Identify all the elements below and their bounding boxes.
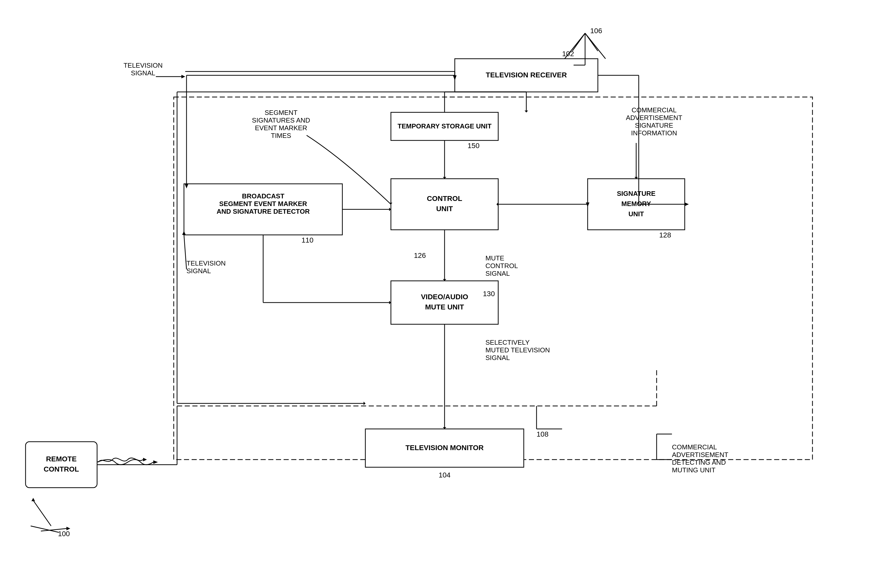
sig-mem-label1: SIGNATURE (617, 190, 656, 197)
television-monitor-label: TELEVISION MONITOR (406, 444, 484, 452)
video-audio-label2: MUTE UNIT (425, 303, 464, 311)
selectively-muted-label2: MUTED TELEVISION (486, 346, 550, 354)
comm-detecting-label3: DETECTING AND (672, 459, 726, 466)
sig-mem-label2: MEMORY (621, 200, 651, 208)
video-audio-mute-box (391, 281, 498, 324)
ref-126: 126 (414, 252, 426, 260)
svg-line-8 (31, 526, 59, 532)
remote-control-box (26, 442, 97, 488)
broadcast-label2: SEGMENT EVENT MARKER (219, 200, 307, 208)
seg-sig-label4: TIMES (271, 132, 291, 140)
tv-signal-left-label2: SIGNAL (186, 267, 211, 275)
tv-signal-left-label1: TELEVISION (186, 260, 226, 267)
sig-mem-label3: UNIT (628, 210, 644, 218)
ref-128: 128 (659, 231, 671, 239)
comm-ad-sig-label2: ADVERTISEMENT (626, 114, 683, 122)
svg-marker-47 (32, 498, 35, 501)
mute-control-label1: MUTE (486, 254, 504, 262)
television-receiver-label: TELEVISION RECEIVER (486, 71, 567, 79)
selectively-muted-label3: SIGNAL (486, 354, 510, 362)
ref-106: 106 (590, 27, 602, 35)
comm-detecting-label4: MUTING UNIT (672, 466, 716, 474)
tv-signal-top-label1: TELEVISION (123, 62, 162, 69)
video-audio-label1: VIDEO/AUDIO (421, 293, 468, 301)
mute-control-label3: SIGNAL (486, 270, 510, 277)
comm-ad-sig-label1: COMMERCIAL (631, 106, 677, 114)
comm-ad-sig-label3: SIGNATURE (635, 122, 673, 129)
broadcast-label3: AND SIGNATURE DETECTOR (216, 208, 310, 215)
control-unit-label1: CONTROL (427, 195, 462, 202)
selectively-muted-label1: SELECTIVELY (486, 339, 530, 346)
temporary-storage-label: TEMPORARY STORAGE UNIT (398, 122, 492, 130)
remote-arrow-head (153, 460, 158, 464)
seg-sig-label3: EVENT MARKER (255, 124, 307, 132)
ref-130: 130 (483, 290, 495, 298)
svg-line-4 (585, 33, 606, 59)
ref-100: 100 (58, 530, 70, 538)
control-unit-label2: UNIT (436, 205, 453, 213)
diagram-container: TELEVISION RECEIVER 102 106 TELEVISION S… (0, 0, 872, 588)
ref-104: 104 (439, 471, 451, 479)
ref-102: 102 (562, 50, 574, 58)
svg-marker-48 (143, 458, 147, 461)
commercial-detecting-box (174, 97, 812, 460)
tv-signal-top-label2: SIGNAL (131, 69, 155, 77)
seg-sig-label2: SIGNATURES AND (252, 116, 310, 124)
mute-control-label2: CONTROL (486, 262, 518, 270)
control-unit-box (391, 179, 498, 230)
seg-sig-label1: SEGMENT (265, 109, 298, 116)
comm-detecting-label2: ADVERTISEMENT (672, 451, 728, 459)
ref-100-arrow-line (33, 500, 51, 526)
remote-control-label1: REMOTE (46, 455, 77, 463)
ref-150: 150 (468, 142, 480, 150)
comm-detecting-label1: COMMERCIAL (672, 443, 717, 451)
comm-ad-sig-label4: INFORMATION (631, 129, 677, 137)
ref-110: 110 (301, 236, 313, 244)
broadcast-label1: BROADCAST (242, 192, 284, 200)
svg-marker-6 (181, 75, 185, 78)
ref-108: 108 (537, 430, 549, 438)
remote-control-label2: CONTROL (44, 465, 79, 473)
